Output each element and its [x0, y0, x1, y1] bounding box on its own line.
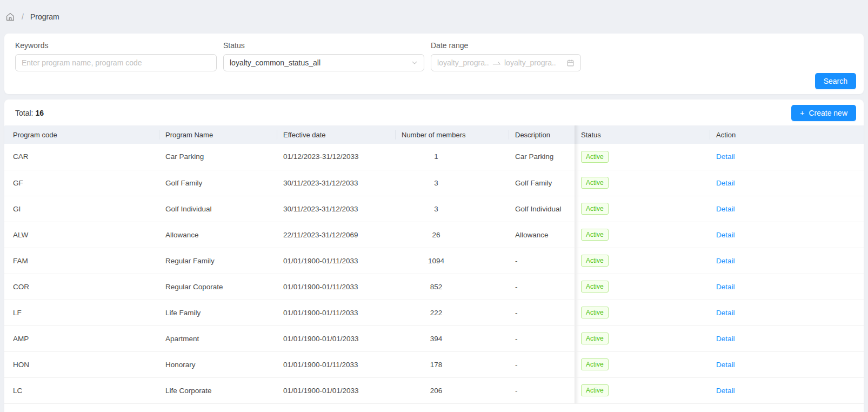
- cell-effective-date: 01/12/2023-31/12/2033: [277, 144, 395, 170]
- detail-link[interactable]: Detail: [716, 257, 735, 265]
- cell-effective-date: 30/11/2023-31/12/2033: [277, 170, 395, 196]
- status-badge: Active: [581, 229, 609, 241]
- create-new-label: Create new: [809, 109, 847, 117]
- cell-status: Active: [575, 325, 710, 351]
- cell-number-of-members: 1094: [395, 248, 509, 274]
- cell-number-of-members: 178: [395, 351, 509, 377]
- cell-program-name: Golf Family: [159, 170, 277, 196]
- status-badge: Active: [581, 151, 609, 163]
- date-range-field: Date range: [431, 40, 581, 71]
- cell-action: Detail: [710, 351, 864, 377]
- cell-program-code: LC: [4, 377, 159, 403]
- table-header-row: Program code Program Name Effective date…: [4, 125, 864, 144]
- cell-description: -: [509, 377, 575, 403]
- detail-link[interactable]: Detail: [716, 152, 735, 161]
- cell-status: Active: [575, 351, 710, 377]
- cell-action: Detail: [710, 248, 864, 274]
- program-table: Program code Program Name Effective date…: [4, 125, 864, 404]
- keywords-label: Keywords: [15, 40, 217, 51]
- cell-status: Active: [575, 274, 710, 300]
- cell-program-name: Allowance: [159, 222, 277, 248]
- cell-program-code: AMP: [4, 325, 159, 351]
- status-badge: Active: [581, 358, 609, 370]
- detail-link[interactable]: Detail: [716, 335, 735, 343]
- cell-effective-date: 01/01/1900-01/11/2033: [277, 300, 395, 325]
- cell-effective-date: 01/01/1900-01/11/2033: [277, 248, 395, 274]
- cell-number-of-members: 26: [395, 222, 509, 248]
- table-row: COR Regular Coporate 01/01/1900-01/11/20…: [4, 274, 864, 300]
- detail-link[interactable]: Detail: [716, 231, 735, 239]
- calendar-icon: [566, 59, 575, 67]
- table-row: ALW Allowance 22/11/2023-31/12/2069 26 A…: [4, 222, 864, 248]
- cell-action: Detail: [710, 144, 864, 170]
- cell-program-code: HON: [4, 351, 159, 377]
- table-row: FAM Regular Family 01/01/1900-01/11/2033…: [4, 248, 864, 274]
- cell-program-code: LF: [4, 300, 159, 325]
- status-badge: Active: [581, 384, 609, 396]
- cell-program-name: Life Family: [159, 300, 277, 325]
- column-header-program-code: Program code: [4, 125, 159, 144]
- detail-link[interactable]: Detail: [716, 387, 735, 395]
- table-row: HON Honorary 01/01/1900-01/11/2033 178 -…: [4, 351, 864, 377]
- date-start-input[interactable]: [437, 58, 489, 67]
- cell-program-code: ALW: [4, 222, 159, 248]
- search-button[interactable]: Search: [815, 73, 856, 89]
- table-toolbar: Total:16 + Create new: [4, 99, 864, 121]
- status-select[interactable]: loyalty_common_status_all: [223, 54, 424, 71]
- cell-effective-date: 30/11/2023-31/12/2033: [277, 196, 395, 222]
- create-new-button[interactable]: + Create new: [791, 105, 856, 121]
- cell-status: Active: [575, 170, 710, 196]
- date-range-picker[interactable]: [431, 54, 581, 71]
- cell-action: Detail: [710, 325, 864, 351]
- breadcrumb: / Program: [0, 0, 868, 34]
- cell-program-name: Golf Individual: [159, 196, 277, 222]
- cell-effective-date: 01/01/1900-01/01/2033: [277, 377, 395, 403]
- cell-description: -: [509, 274, 575, 300]
- table-row: GI Golf Individual 30/11/2023-31/12/2033…: [4, 196, 864, 222]
- column-header-program-name: Program Name: [159, 125, 277, 144]
- detail-link[interactable]: Detail: [716, 283, 735, 291]
- status-field: Status loyalty_common_status_all: [223, 40, 424, 71]
- column-header-action: Action: [710, 125, 864, 144]
- cell-program-name: Honorary: [159, 351, 277, 377]
- plus-icon: +: [800, 109, 804, 117]
- cell-program-name: Regular Family: [159, 248, 277, 274]
- cell-number-of-members: 3: [395, 196, 509, 222]
- cell-status: Active: [575, 196, 710, 222]
- cell-description: -: [509, 300, 575, 325]
- cell-action: Detail: [710, 196, 864, 222]
- total-count: Total:16: [15, 109, 44, 117]
- table-row: LC Life Corporate 01/01/1900-01/01/2033 …: [4, 377, 864, 403]
- detail-link[interactable]: Detail: [716, 309, 735, 317]
- cell-effective-date: 01/01/1900-01/11/2033: [277, 351, 395, 377]
- table-panel: Total:16 + Create new Program code Progr…: [4, 99, 864, 412]
- date-end-input[interactable]: [504, 58, 556, 67]
- status-badge: Active: [581, 333, 609, 344]
- keywords-field: Keywords: [15, 40, 217, 71]
- cell-program-code: FAM: [4, 248, 159, 274]
- status-select-value: loyalty_common_status_all: [230, 58, 321, 67]
- cell-program-code: GF: [4, 170, 159, 196]
- cell-status: Active: [575, 144, 710, 170]
- cell-action: Detail: [710, 274, 864, 300]
- chevron-down-icon: [411, 59, 418, 66]
- cell-effective-date: 01/01/1900-01/11/2033: [277, 274, 395, 300]
- detail-link[interactable]: Detail: [716, 361, 735, 369]
- cell-program-name: Regular Coporate: [159, 274, 277, 300]
- table-row: GF Golf Family 30/11/2023-31/12/2033 3 G…: [4, 170, 864, 196]
- cell-number-of-members: 852: [395, 274, 509, 300]
- status-badge: Active: [581, 281, 609, 293]
- cell-program-name: Life Corporate: [159, 377, 277, 403]
- breadcrumb-separator: /: [22, 12, 24, 21]
- table-row: CAR Car Parking 01/12/2023-31/12/2033 1 …: [4, 144, 864, 170]
- status-label: Status: [223, 40, 424, 51]
- cell-description: -: [509, 325, 575, 351]
- detail-link[interactable]: Detail: [716, 179, 735, 187]
- status-badge: Active: [581, 307, 609, 318]
- program-page: / Program Keywords Status loyalty_common…: [0, 0, 868, 412]
- detail-link[interactable]: Detail: [716, 205, 735, 213]
- cell-action: Detail: [710, 170, 864, 196]
- home-icon[interactable]: [5, 12, 15, 22]
- cell-description: Golf Individual: [509, 196, 575, 222]
- keywords-input[interactable]: [15, 54, 217, 71]
